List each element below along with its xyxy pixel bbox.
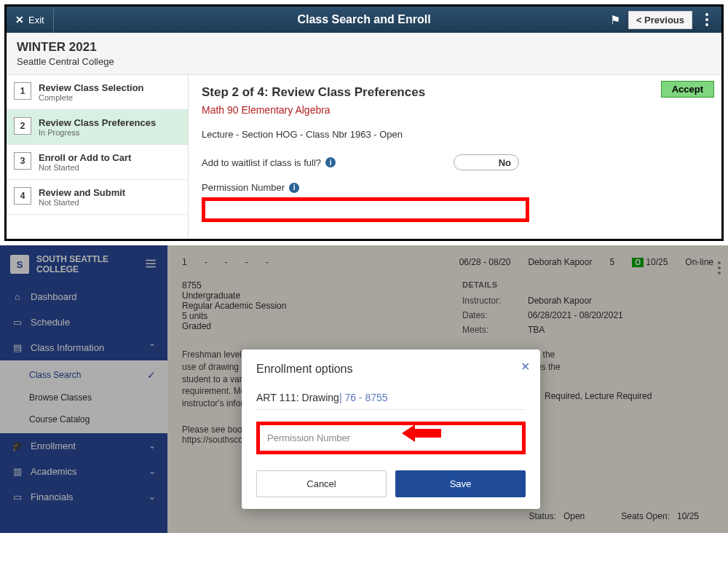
course-name: Math 90 Elementary Algebra	[202, 104, 708, 116]
modal-buttons: Cancel Save	[256, 470, 526, 497]
detail-instructor: Deborah Kapoor	[528, 296, 592, 306]
step-title: Enroll or Add to Cart	[39, 152, 131, 163]
nav-class-information[interactable]: ▤Class Information⌃	[0, 335, 167, 360]
mobile-portal-screenshot: S SOUTH SEATTLE COLLEGE ⌂Dashboard ▭Sche…	[0, 245, 728, 533]
book-icon: ▥	[12, 466, 23, 477]
class-row[interactable]: 1 - - - - 06/28 - 08/20 Deborah Kapoor 5…	[167, 248, 728, 276]
college-logo: S	[10, 255, 29, 274]
nav-header: S SOUTH SEATTLE COLLEGE	[0, 245, 167, 284]
exit-button[interactable]: ✕ Exit	[7, 7, 54, 33]
term-label: WINTER 2021	[17, 40, 711, 55]
nav-dashboard[interactable]: ⌂Dashboard	[0, 284, 167, 309]
step-status: Complete	[39, 93, 144, 102]
step-content: Accept Step 2 of 4: Review Class Prefere…	[189, 75, 721, 239]
cancel-button[interactable]: Cancel	[256, 470, 387, 497]
step-status: Not Started	[39, 198, 125, 207]
college-name: SOUTH SEATTLE COLLEGE	[36, 254, 108, 275]
chevron-down-icon: ⌄	[149, 466, 156, 476]
permission-number-input[interactable]	[261, 427, 521, 449]
hamburger-icon[interactable]	[144, 257, 157, 272]
details-area: 8755 Undergraduate Regular Academic Sess…	[167, 276, 728, 341]
step-title: Review Class Selection	[39, 82, 144, 93]
row-units: 5	[609, 257, 614, 267]
detail-dates: 06/28/2021 - 08/20/2021	[528, 310, 623, 320]
home-icon: ⌂	[12, 291, 23, 302]
chevron-down-icon: ⌄	[149, 491, 156, 502]
permission-label: Permission Number	[202, 182, 285, 193]
step-title: Review Class Preferences	[39, 117, 156, 128]
page-title: Class Search and Enroll	[297, 13, 430, 26]
step-badge: 3	[14, 152, 31, 170]
career: Undergraduate	[182, 291, 433, 301]
permission-number-highlight	[256, 422, 526, 454]
info-icon[interactable]: i	[289, 183, 299, 193]
step-3[interactable]: 3 Enroll or Add to Cart Not Started	[7, 145, 188, 180]
details-left: 8755 Undergraduate Regular Academic Sess…	[182, 280, 433, 337]
step-status: Not Started	[39, 163, 131, 172]
previous-button[interactable]: < Previous	[628, 11, 692, 29]
status-value: Open	[563, 511, 585, 521]
grad-cap-icon: 🎓	[12, 440, 23, 451]
info-icon[interactable]: i	[325, 157, 336, 167]
step-badge: 2	[14, 117, 31, 135]
accept-button[interactable]: Accept	[661, 81, 714, 98]
nav-schedule[interactable]: ▭Schedule	[0, 309, 167, 335]
list-icon: ▤	[12, 342, 23, 353]
waitlist-row: Add to waitlist if class is full? i No	[202, 154, 708, 170]
nav-browse-classes[interactable]: Browse Classes	[0, 387, 167, 408]
row-dates: 06/28 - 08/20	[459, 257, 511, 267]
step-badge: 4	[14, 187, 31, 205]
divider	[256, 409, 526, 410]
card-icon: ▭	[12, 491, 23, 502]
step-heading: Step 2 of 4: Review Class Preferences	[202, 85, 708, 100]
units: 5 units	[182, 311, 433, 321]
row-more-icon[interactable]	[718, 261, 721, 274]
nav-financials[interactable]: ▭Financials⌄	[0, 484, 167, 510]
row-num: 1	[182, 257, 187, 267]
modal-title: Enrollment options	[256, 363, 526, 376]
status-open-icon: O	[632, 258, 644, 267]
row-instructor: Deborah Kapoor	[528, 257, 592, 267]
nav-enrollment[interactable]: 🎓Enrollment⌄	[0, 433, 167, 459]
top-bar: ✕ Exit Class Search and Enroll ⚑ < Previ…	[7, 7, 721, 33]
session: Regular Academic Session	[182, 301, 433, 311]
permission-number-input[interactable]	[202, 197, 529, 222]
waitlist-toggle[interactable]: No	[454, 154, 519, 170]
seats-value: 10/25	[677, 511, 699, 521]
more-menu-icon[interactable]	[698, 11, 716, 28]
chevron-up-icon: ⌃	[149, 342, 156, 352]
step-1[interactable]: 1 Review Class Selection Complete	[7, 75, 188, 110]
nav-academics[interactable]: ▥Academics⌄	[0, 459, 167, 484]
calendar-icon: ▭	[12, 317, 23, 328]
term-header: WINTER 2021 Seattle Central College	[7, 33, 721, 75]
row-seats: 10/25	[646, 257, 668, 267]
close-icon[interactable]: ✕	[521, 360, 530, 374]
wizard-body: 1 Review Class Selection Complete 2 Revi…	[7, 75, 721, 239]
permission-label-row: Permission Number i	[202, 182, 708, 193]
callout-arrow-icon	[402, 424, 441, 442]
permission-number-wrapper	[256, 422, 526, 454]
flag-icon[interactable]: ⚑	[608, 12, 622, 27]
grading: Graded	[182, 321, 433, 331]
check-icon: ✓	[147, 369, 156, 381]
requirements-text: Required, Lecture Required	[545, 391, 652, 401]
step-title: Review and Submit	[39, 187, 125, 198]
section-line: Lecture - Section HOG - Class Nbr 1963 -…	[202, 129, 708, 140]
detail-meets: TBA	[528, 325, 545, 335]
side-nav: S SOUTH SEATTLE COLLEGE ⌂Dashboard ▭Sche…	[0, 245, 167, 533]
exit-label: Exit	[28, 15, 44, 25]
chevron-down-icon: ⌄	[149, 440, 156, 451]
nav-course-catalog[interactable]: Course Catalog	[0, 408, 167, 430]
college-label: Seattle Central College	[17, 56, 711, 67]
modal-course: ART 111: Drawing| 76 - 8755	[256, 392, 526, 403]
class-info-submenu: Class Search✓ Browse Classes Course Cata…	[0, 360, 167, 433]
save-button[interactable]: Save	[395, 470, 526, 497]
toggle-value: No	[499, 157, 511, 168]
step-badge: 1	[14, 82, 31, 100]
step-4[interactable]: 4 Review and Submit Not Started	[7, 180, 188, 215]
nav-class-search[interactable]: Class Search✓	[0, 363, 167, 387]
details-header: DETAILS	[462, 280, 713, 289]
enrollment-options-modal: Enrollment options ✕ ART 111: Drawing| 7…	[242, 349, 540, 509]
steps-sidebar: 1 Review Class Selection Complete 2 Revi…	[7, 75, 189, 239]
step-2[interactable]: 2 Review Class Preferences In Progress	[7, 110, 188, 145]
